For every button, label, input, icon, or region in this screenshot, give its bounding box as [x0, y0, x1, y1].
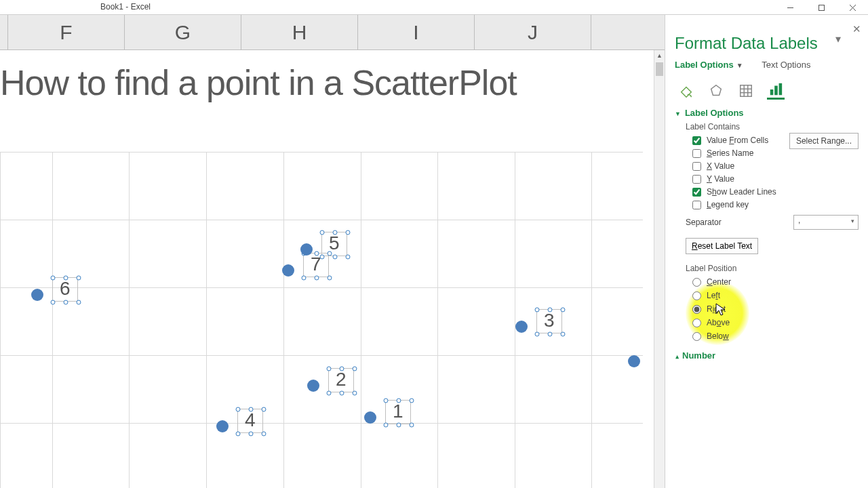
scatter-point[interactable] — [307, 380, 319, 392]
checkbox[interactable] — [692, 149, 701, 158]
scatter-point[interactable] — [282, 264, 294, 277]
fill-line-icon[interactable] — [677, 82, 695, 100]
check-leader-lines[interactable]: Show Leader Lines — [692, 187, 859, 197]
svg-marker-4 — [711, 85, 722, 96]
svg-rect-1 — [818, 5, 824, 10]
column-header[interactable]: J — [475, 15, 591, 49]
checkbox[interactable] — [692, 201, 701, 209]
checkbox[interactable] — [692, 175, 701, 184]
radio-above[interactable]: Above — [692, 318, 859, 327]
label-position-header: Label Position — [686, 264, 859, 273]
radio[interactable] — [692, 291, 701, 300]
checkbox[interactable] — [692, 162, 701, 171]
maximize-button[interactable] — [806, 0, 837, 15]
check-legend-key[interactable]: Legend key — [692, 200, 859, 209]
radio-right[interactable]: Right — [692, 304, 859, 314]
radio[interactable] — [692, 332, 701, 341]
scroll-up-icon[interactable]: ▲ — [654, 50, 665, 61]
minimize-button[interactable] — [774, 0, 806, 15]
scatter-point[interactable] — [300, 243, 313, 256]
data-label[interactable]: 5 — [321, 232, 347, 256]
tab-text-options[interactable]: Text Options — [762, 60, 810, 70]
size-properties-icon[interactable] — [737, 82, 755, 100]
column-header[interactable]: F — [8, 15, 125, 49]
cursor-icon — [715, 303, 726, 319]
pane-title: Format Data Labels — [675, 34, 859, 53]
scatter-point[interactable] — [515, 321, 528, 333]
select-range-button[interactable]: Select Range... — [789, 133, 859, 149]
pane-options-dropdown-icon[interactable]: ▾ — [835, 33, 841, 45]
check-y-value[interactable]: Y Value — [692, 174, 859, 184]
reset-label-text-button[interactable]: Reset Label Text — [686, 238, 758, 254]
svg-rect-11 — [774, 85, 778, 95]
check-x-value[interactable]: X Value — [692, 161, 859, 171]
checkbox[interactable] — [692, 136, 701, 145]
svg-rect-10 — [770, 89, 774, 95]
worksheet-area[interactable]: F G H I J How to find a point in a Scatt… — [0, 15, 665, 488]
data-label[interactable]: 7 — [303, 253, 329, 277]
column-header[interactable]: H — [241, 15, 358, 49]
svg-rect-5 — [741, 85, 752, 97]
column-header-stub[interactable] — [0, 15, 8, 49]
effects-icon[interactable] — [707, 82, 725, 100]
check-value-from-cells[interactable]: Value From Cells Select Range... — [692, 136, 859, 145]
plot-area[interactable]: 6475213 — [0, 152, 643, 488]
section-number[interactable]: ▸Number — [675, 350, 859, 361]
data-label[interactable]: 3 — [536, 309, 562, 333]
chart[interactable]: How to find a point in a ScatterPlot 647… — [0, 50, 665, 488]
radio[interactable] — [692, 278, 701, 287]
vertical-scrollbar[interactable]: ▲ — [654, 50, 665, 488]
chart-title[interactable]: How to find a point in a ScatterPlot — [0, 62, 517, 103]
format-pane: ✕ Format Data Labels ▾ Label Options▼ Te… — [665, 15, 868, 488]
scatter-point[interactable] — [628, 355, 640, 367]
data-label[interactable]: 1 — [385, 400, 411, 424]
radio-below[interactable]: Below — [692, 331, 859, 341]
window-title: Book1 - Excel — [100, 2, 151, 12]
label-contains-header: Label Contains — [686, 122, 859, 131]
checkbox[interactable] — [692, 188, 701, 197]
check-series-name[interactable]: Series Name — [692, 148, 859, 158]
close-button[interactable] — [837, 0, 868, 15]
radio[interactable] — [692, 319, 701, 327]
scatter-point[interactable] — [364, 411, 376, 424]
title-bar: Book1 - Excel — [0, 0, 868, 15]
radio-center[interactable]: Center — [692, 277, 859, 287]
column-headers: F G H I J — [0, 15, 665, 50]
radio-left[interactable]: Left — [692, 291, 859, 300]
separator-select[interactable]: , — [793, 215, 859, 230]
radio[interactable] — [692, 305, 701, 314]
scatter-point[interactable] — [31, 289, 43, 301]
data-label[interactable]: 2 — [328, 368, 354, 392]
scroll-thumb[interactable] — [656, 62, 663, 76]
column-header[interactable]: I — [358, 15, 475, 49]
tab-label-options[interactable]: Label Options▼ — [675, 60, 745, 70]
label-options-icon[interactable] — [767, 82, 785, 100]
data-label[interactable]: 6 — [52, 277, 78, 302]
close-icon[interactable]: ✕ — [852, 23, 861, 35]
data-label[interactable]: 4 — [237, 409, 263, 433]
scatter-point[interactable] — [216, 420, 229, 432]
separator-label: Separator — [686, 218, 722, 227]
section-label-options[interactable]: ▼Label Options — [675, 108, 859, 118]
svg-rect-12 — [779, 83, 783, 94]
column-header[interactable]: G — [125, 15, 241, 49]
